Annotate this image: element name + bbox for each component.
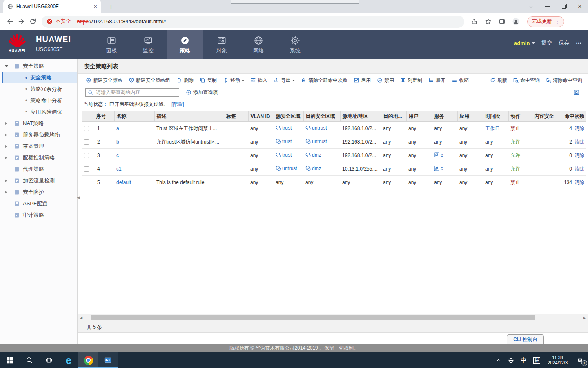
profile-avatar[interactable] (510, 16, 521, 27)
browser-tab[interactable]: Huawei USG6300E × (3, 0, 101, 13)
col-header[interactable]: VLAN ID (248, 111, 274, 122)
policy-row[interactable]: 4 c1 any untrust dmz 10.13.1.0/255.... a… (82, 162, 586, 176)
toolbar-expand-button[interactable]: 展开 (428, 77, 445, 84)
policy-name-link[interactable]: c (116, 153, 119, 158)
toolbar-enable-button[interactable]: 启用 (354, 77, 371, 84)
row-checkbox[interactable] (84, 126, 89, 131)
sidebar-item-app-risk-tuning[interactable]: • 应用风险调优 (0, 106, 77, 118)
browser-menu-chevron-icon[interactable] (523, 0, 539, 13)
sidebar-item-policy-redundancy[interactable]: • 策略冗余分析 (0, 83, 77, 95)
toolbar-copy-button[interactable]: 复制 (200, 77, 217, 84)
col-header[interactable]: 时间段 (483, 111, 508, 122)
save-button[interactable]: 保存 (559, 39, 569, 47)
scroll-left-arrow-icon[interactable]: ◀ (78, 314, 84, 321)
toolbar-refresh-button[interactable]: 刷新 (490, 77, 507, 84)
nav-tab-object[interactable]: 对象 (203, 30, 240, 59)
collapse-arrow-icon[interactable] (5, 191, 9, 194)
toolbar-hit-query-button[interactable]: 命中查询 (513, 77, 540, 84)
ie-taskbar-icon[interactable]: e (59, 352, 78, 368)
clear-hits-link[interactable]: 清除 (575, 139, 584, 145)
side-panel-icon[interactable] (496, 16, 508, 27)
back-button[interactable] (4, 16, 16, 27)
col-header[interactable]: 动作 (508, 111, 532, 122)
task-view-button[interactable] (39, 352, 59, 368)
collapse-arrow-icon[interactable] (5, 145, 9, 148)
cli-console-button[interactable]: CLI 控制台 (507, 334, 544, 344)
browser-menu-dots-icon[interactable]: ⋮ (555, 18, 560, 25)
policy-name-link[interactable]: b (116, 139, 119, 145)
url-bar[interactable]: 不安全 https://192.168.0.1:8443/default.htm… (42, 16, 464, 28)
schedule-link[interactable]: 工作日 (485, 126, 500, 131)
col-header[interactable]: 源安全区域 (274, 111, 303, 122)
clear-hits-link[interactable]: 清除 (575, 126, 584, 131)
collapse-arrow-icon[interactable] (5, 156, 9, 159)
row-checkbox[interactable] (84, 153, 89, 158)
source-zone-link[interactable]: trust (276, 152, 292, 158)
nav-tab-network[interactable]: 网络 (240, 30, 277, 59)
nav-tab-policy[interactable]: 策略 (167, 30, 203, 59)
col-header[interactable]: 描述 (154, 111, 224, 122)
sidebar-item-audit-policy[interactable]: 审计策略 (0, 209, 77, 221)
policy-row[interactable]: 3 c any trust dmz 192.168.1.0/2... any a… (82, 149, 586, 162)
sidebar-item-aspf-config[interactable]: ASPF配置 (0, 198, 77, 209)
sidebar-item-security-protection[interactable]: 安全防护 (0, 186, 77, 198)
add-query-button[interactable]: 添加查询项 (186, 89, 218, 96)
sidebar-item-server-load-balance[interactable]: 服务器负载均衡 (0, 129, 77, 141)
config-link[interactable]: [配置] (172, 101, 184, 108)
sidebar-item-bandwidth-mgmt[interactable]: 带宽管理 (0, 141, 77, 152)
dest-zone-link[interactable]: dmz (305, 166, 321, 171)
clear-hits-link[interactable]: 清除 (575, 180, 584, 185)
row-checkbox[interactable] (84, 139, 89, 145)
col-header[interactable] (82, 111, 94, 122)
toolbar-new-policy-button[interactable]: 新建安全策略 (86, 77, 122, 84)
sidebar-item-nat-policy[interactable]: NAT策略 (0, 118, 77, 129)
window-close-button[interactable]: × (572, 0, 588, 13)
col-header[interactable]: 服务 (432, 111, 457, 122)
search-input[interactable] (95, 89, 177, 96)
dest-zone-link[interactable]: dmz (305, 152, 321, 158)
tab-close-icon[interactable]: × (94, 4, 97, 9)
more-menu-icon[interactable]: ••• (576, 40, 581, 46)
action-center-button[interactable]: 1 (572, 352, 588, 368)
start-button[interactable] (0, 352, 20, 368)
policy-name-link[interactable]: default (116, 180, 131, 185)
source-zone-link[interactable]: trust (276, 139, 292, 144)
toolbar-move-button[interactable]: 移动 (223, 77, 244, 84)
col-header[interactable]: 目的安全区域 (303, 111, 340, 122)
window-minimize-button[interactable] (539, 0, 555, 13)
chrome-update-button[interactable]: 完成更新 ⋮ (527, 16, 564, 27)
sidebar-item-encrypted-traffic[interactable]: 加密流量检测 (0, 175, 77, 186)
scrollbar-thumb[interactable] (91, 315, 535, 320)
source-zone-link[interactable]: untrust (276, 166, 297, 171)
toolbar-clear-all-hits-button[interactable]: 清除全部命中次数 (301, 77, 347, 84)
new-tab-button[interactable]: + (106, 2, 116, 12)
sidebar-item-security-policy-list[interactable]: • 安全策略 (2, 72, 77, 83)
ime-chinese-indicator[interactable]: 中 (517, 352, 530, 368)
scroll-right-arrow-icon[interactable]: ▶ (581, 314, 587, 321)
tray-network-globe-icon[interactable] (505, 352, 517, 368)
chrome-taskbar-icon[interactable] (78, 352, 98, 368)
dest-zone-link[interactable]: untrust (305, 125, 327, 131)
window-restore-button[interactable] (555, 0, 572, 13)
toolbar-column-custom-button[interactable]: 列定制 (400, 77, 422, 84)
col-header[interactable]: 目的地... (381, 111, 406, 122)
user-menu[interactable]: admin (514, 40, 535, 46)
search-box[interactable] (85, 88, 179, 97)
nav-tab-monitor[interactable]: 监控 (130, 30, 167, 59)
collapse-arrow-icon[interactable] (5, 179, 9, 182)
col-header[interactable]: 用户 (406, 111, 432, 122)
row-checkbox[interactable] (84, 166, 89, 172)
commit-button[interactable]: 提交 (541, 39, 552, 47)
nav-tab-system[interactable]: 系统 (277, 30, 314, 59)
toolbar-export-button[interactable]: 导出 (274, 77, 295, 84)
tray-chevron-up-icon[interactable] (492, 352, 505, 368)
toolbar-insert-button[interactable]: 插入 (250, 77, 267, 84)
col-header[interactable]: 应用 (457, 111, 483, 122)
collapse-arrow-icon[interactable] (5, 133, 9, 137)
taskbar-search-button[interactable] (20, 352, 39, 368)
sidebar-item-quota-control[interactable]: 配额控制策略 (0, 152, 77, 164)
col-header[interactable]: 命中次数 (562, 111, 586, 122)
reload-button[interactable] (27, 16, 38, 27)
col-header[interactable]: 序号 (94, 111, 114, 122)
col-header[interactable]: 标签 (224, 111, 248, 122)
